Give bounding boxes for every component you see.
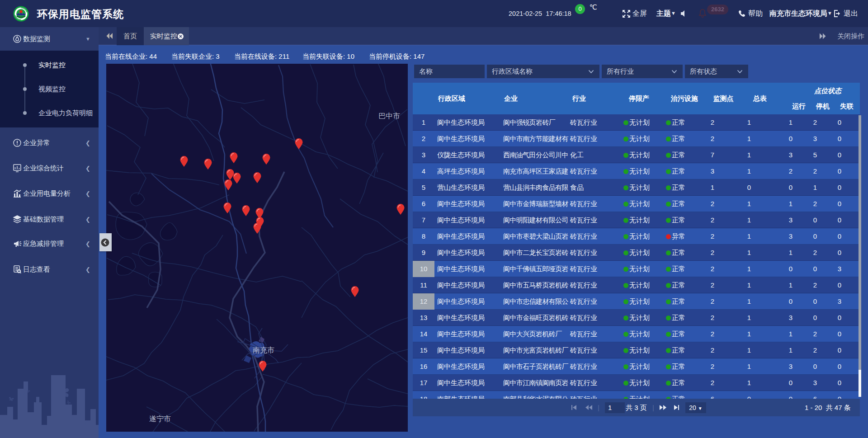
svg-text:遂宁市: 遂宁市 bbox=[149, 415, 171, 423]
svg-text:南充市: 南充市 bbox=[253, 346, 274, 354]
svg-text:巴中市: 巴中市 bbox=[378, 112, 400, 120]
